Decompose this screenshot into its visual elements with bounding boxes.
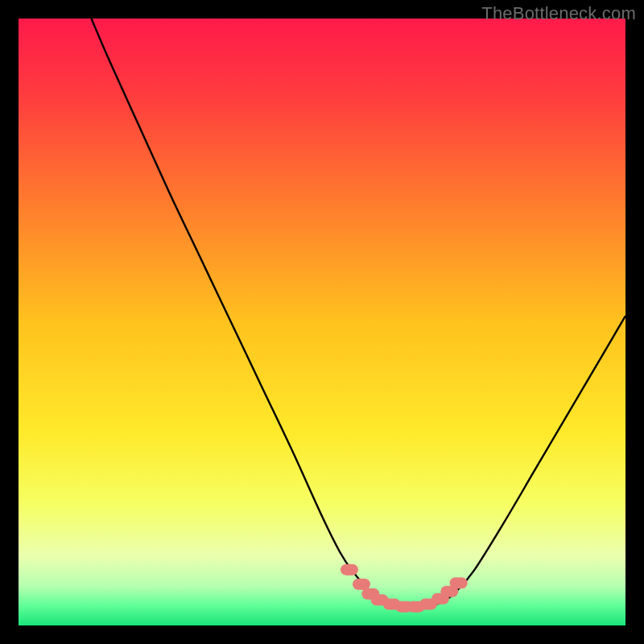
- chart-stage: TheBottleneck.com: [0, 0, 644, 644]
- plot-area: [19, 19, 625, 625]
- gradient-bg: [19, 19, 625, 625]
- marker-dot: [450, 577, 468, 588]
- watermark-label: TheBottleneck.com: [481, 3, 636, 24]
- marker-dot: [341, 564, 358, 576]
- marker-dot: [353, 579, 370, 590]
- gradient-and-curve: [19, 19, 625, 625]
